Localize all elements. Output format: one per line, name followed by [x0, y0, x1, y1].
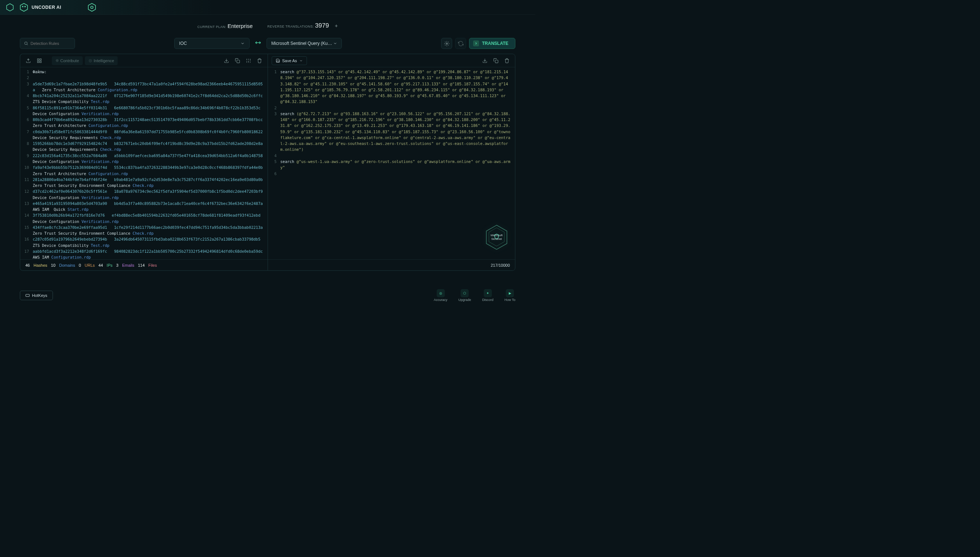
keyboard-icon — [25, 293, 30, 298]
add-translations-button[interactable]: + — [335, 23, 338, 29]
sentinel-badge: Microsoft Sentinel — [485, 224, 508, 251]
upload-icon — [26, 58, 31, 63]
secondary-logo-icon — [87, 3, 97, 12]
save-as-button[interactable]: Save As — [272, 56, 307, 65]
source-code-editor[interactable]: 1Файлы:23a5de73d69c1a7fbae2e71b98d48fe9b… — [20, 67, 268, 259]
target-icon: ◎ — [437, 289, 445, 297]
accuracy-button[interactable]: ◎Accuracy — [434, 289, 447, 302]
gear-icon — [444, 41, 449, 46]
discord-button[interactable]: ✦Discord — [482, 289, 494, 302]
svg-rect-13 — [237, 60, 240, 63]
swap-button[interactable] — [253, 39, 264, 47]
svg-marker-0 — [6, 4, 13, 11]
hotkeys-button[interactable]: HotKeys — [20, 291, 53, 300]
settings-left-button[interactable] — [244, 56, 253, 65]
brand-name: UNCODER AI — [32, 5, 62, 10]
copy-left-button[interactable] — [233, 56, 242, 65]
svg-rect-12 — [40, 61, 41, 62]
refresh-icon — [458, 41, 464, 46]
history-button[interactable] — [455, 38, 466, 49]
copy-icon — [235, 58, 240, 63]
contribute-button[interactable]: ⊕Contribute — [52, 56, 83, 65]
translate-button[interactable]: TRANSLATE — [469, 38, 515, 49]
delete-right-button[interactable] — [503, 56, 511, 65]
reverse-translations-info: REVERSE TRANSLATIONS: 3979 — [267, 22, 329, 29]
settings-button[interactable] — [441, 38, 452, 49]
discord-icon: ✦ — [484, 289, 492, 297]
grid-icon — [37, 58, 42, 63]
target-code-editor[interactable]: 1search @"37.153.155.143" or @"45.42.142… — [268, 67, 515, 259]
svg-rect-10 — [40, 59, 41, 60]
search-input[interactable] — [31, 41, 71, 46]
svg-point-3 — [24, 6, 25, 7]
svg-rect-20 — [495, 60, 498, 63]
grid-button[interactable] — [35, 56, 44, 65]
app-logo-icon-2 — [19, 3, 29, 12]
copy-icon — [493, 58, 498, 63]
svg-line-7 — [27, 44, 28, 45]
trash-icon — [505, 58, 509, 63]
chevron-down-icon — [240, 41, 245, 46]
left-footer-stats: 46Hashes 10Domains 0URLs 44IPs 3Emails 1… — [20, 259, 268, 270]
howto-button[interactable]: ▶How To — [505, 289, 515, 302]
translate-icon — [474, 42, 478, 45]
app-logo-icon — [5, 3, 15, 12]
right-footer-counter: 217/10000 — [268, 259, 515, 270]
svg-rect-23 — [26, 294, 29, 296]
detection-rules-search[interactable] — [20, 38, 75, 49]
svg-rect-11 — [37, 61, 39, 62]
trash-icon — [257, 58, 262, 63]
svg-point-5 — [91, 6, 93, 8]
svg-point-8 — [446, 43, 447, 44]
search-icon — [24, 41, 28, 46]
copy-right-button[interactable] — [492, 56, 500, 65]
sliders-icon — [246, 58, 251, 63]
download-icon — [224, 58, 229, 63]
delete-left-button[interactable] — [255, 56, 264, 65]
intelligence-button[interactable]: ◎Intelligence — [85, 56, 118, 65]
help-icon: ▶ — [506, 289, 514, 297]
download-right-button[interactable] — [480, 56, 489, 65]
source-format-select[interactable]: IOC — [174, 38, 250, 49]
download-icon — [482, 58, 487, 63]
upgrade-button[interactable]: ⬡Upgrade — [458, 289, 471, 302]
save-icon — [276, 59, 280, 63]
upgrade-icon: ⬡ — [461, 289, 469, 297]
svg-point-2 — [23, 6, 23, 7]
chevron-down-icon — [333, 41, 337, 46]
download-left-button[interactable] — [222, 56, 231, 65]
target-format-select[interactable]: Microsoft Sentinel Query (Kusto) — [266, 38, 342, 49]
shield-icon — [494, 234, 500, 239]
plan-info: CURRENT PLAN: Enterprise — [197, 23, 253, 29]
svg-point-6 — [24, 42, 27, 44]
svg-rect-9 — [37, 59, 39, 60]
svg-marker-4 — [88, 3, 96, 11]
upload-button[interactable] — [24, 56, 33, 65]
svg-marker-1 — [20, 3, 28, 11]
chevron-down-icon — [299, 59, 303, 62]
